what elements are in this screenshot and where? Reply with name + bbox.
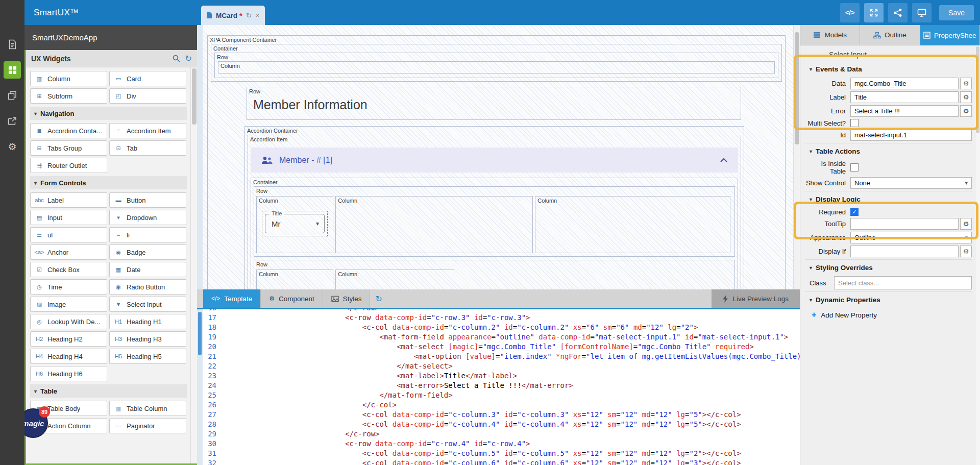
scrollbar-thumb[interactable] [976, 46, 979, 133]
chevron-up-icon[interactable] [720, 158, 728, 163]
widget-item[interactable]: ☑ Check Box [30, 262, 107, 277]
appearance-dropdown[interactable]: Outline ▾ [850, 232, 972, 243]
document-tab-mcard[interactable]: MCard * ↻ × [201, 6, 265, 25]
widgets-icon[interactable] [4, 61, 21, 79]
save-button[interactable]: Save [939, 5, 974, 20]
widget-item[interactable]: ◉ Badge [109, 244, 186, 260]
section-styling-overrides[interactable]: ▾ Styling Overrides [805, 259, 972, 274]
dropdown-caret-icon[interactable]: ▾ [316, 220, 319, 227]
scrollbar-thumb[interactable] [795, 32, 799, 144]
tooltip-gear-button[interactable]: ⚙ [960, 218, 972, 230]
code-line[interactable]: 18 <c-col data-comp-id="c-column.2" id="… [203, 323, 800, 332]
code-line[interactable]: 23 <mat-label>Title</mat-label> [203, 371, 800, 381]
layers-icon[interactable] [4, 87, 21, 104]
section-display-logic[interactable]: ▾ Display Logic [805, 191, 972, 206]
add-new-property-button[interactable]: + Add New Property [805, 306, 972, 320]
code-line[interactable]: 16 </c-row> [203, 309, 800, 313]
accordion-item-box[interactable]: Accordion Item Member - # [1] Container [248, 135, 741, 289]
selected-widget-outline[interactable]: Title Mr ▾ [262, 211, 328, 236]
widget-item[interactable]: ▥ Column [30, 71, 107, 86]
editor-left-scrollbar[interactable] [197, 25, 203, 465]
tab-template[interactable]: </> Template [203, 289, 261, 308]
tab-styles[interactable]: Styles [323, 289, 371, 308]
code-line[interactable]: 22 </mat-select> [203, 361, 800, 371]
widget-item[interactable]: ▭ Card [109, 71, 186, 86]
code-line[interactable]: 19 <mat-form-field appearance="outline" … [203, 332, 800, 342]
settings-gear-icon[interactable]: ⚙ [4, 138, 21, 155]
member-information-heading[interactable]: Member Information [247, 95, 741, 119]
column-box[interactable]: Column [535, 196, 730, 253]
scrollbar-thumb[interactable] [192, 68, 197, 125]
xpa-component-container-box[interactable]: XPA Component Container Container Row Co… [207, 35, 786, 289]
code-line[interactable]: 24 <mat-error>Select a Title !!!</mat-er… [203, 381, 800, 390]
code-line[interactable]: 29 </c-row> [203, 429, 800, 439]
widget-item[interactable]: ≣ Accordion Conta... [30, 123, 107, 138]
design-canvas[interactable]: XPA Component Container Container Row Co… [197, 25, 800, 289]
error-gear-button[interactable]: ⚙ [960, 105, 972, 117]
show-control-dropdown[interactable]: None ▾ [850, 177, 972, 189]
widget-item[interactable]: ◎ Lookup With De... [30, 314, 107, 329]
scrollbar-thumb[interactable] [198, 312, 202, 355]
code-line[interactable]: 30 <c-row data-comp-id="c-row.4" id="c-r… [203, 439, 800, 449]
widget-item[interactable]: ⊞ Subform [30, 88, 107, 104]
accordion-container-box[interactable]: Accordion Container Accordion Item Membe… [244, 126, 744, 289]
required-checkbox[interactable]: ✓ [850, 208, 859, 216]
widget-item[interactable]: ⊡ Tab [109, 140, 186, 156]
widget-item[interactable]: – li [109, 227, 186, 242]
column-box[interactable]: Column [335, 270, 454, 289]
widget-item[interactable]: ▼ Select Input [109, 297, 186, 312]
column-box[interactable]: Column [335, 196, 533, 253]
publish-icon[interactable] [4, 112, 21, 130]
row-box[interactable]: Row Member Information [247, 87, 741, 120]
share-button[interactable] [888, 3, 908, 22]
code-line[interactable]: 20 <mat-select [magic]="mgc.Combo_Title"… [203, 342, 800, 352]
tab-models[interactable]: Models [800, 25, 860, 45]
live-preview-logs-button[interactable]: Live Preview Logs [712, 289, 800, 308]
widget-item[interactable]: ▬ Button [109, 192, 186, 208]
tooltip-input[interactable] [850, 218, 959, 230]
widget-item[interactable]: ▤ Input [30, 210, 107, 225]
column-box[interactable]: Column [256, 270, 333, 289]
documents-icon[interactable] [4, 36, 21, 53]
code-line[interactable]: 31 <c-col data-comp-id="c-column.5" id="… [203, 449, 800, 458]
code-line[interactable]: 32 <c-col data-comp-id="c-column.6" id="… [203, 458, 800, 465]
widget-item[interactable]: ◷ Time [30, 279, 107, 295]
widget-item[interactable]: <a> Anchor [30, 244, 107, 260]
code-editor[interactable]: 16 </c-row>17 <c-row data-comp-id="c-row… [197, 309, 800, 465]
tab-outline[interactable]: Outline [860, 25, 920, 45]
display-if-input[interactable] [850, 246, 959, 257]
display-if-gear-button[interactable]: ⚙ [960, 246, 972, 257]
widget-item[interactable]: H6 Heading H6 [30, 366, 107, 381]
expand-button[interactable] [864, 3, 884, 22]
widget-item[interactable]: abc Label [30, 192, 107, 208]
code-line[interactable]: 17 <c-row data-comp-id="c-row.3" id="c-r… [203, 313, 800, 323]
row-box[interactable]: Row Column Column [254, 260, 735, 289]
tab-refresh-icon[interactable]: ↻ [246, 11, 252, 19]
code-line[interactable]: 27 <c-col data-comp-id="c-column.3" id="… [203, 410, 800, 420]
widget-item[interactable]: ▾ Dropdown [109, 210, 186, 225]
refresh-widgets-icon[interactable]: ↻ [185, 54, 192, 63]
widget-item[interactable]: ⊟ Tabs Group [30, 140, 107, 156]
container-box[interactable]: Container Row Column [251, 178, 738, 289]
widget-item[interactable]: H1 Heading H1 [109, 314, 186, 329]
id-input[interactable] [850, 129, 972, 141]
title-select-field[interactable]: Title Mr ▾ [265, 214, 325, 233]
tab-propertysheet[interactable]: PropertyShee [920, 25, 980, 45]
refresh-code-icon[interactable]: ↻ [370, 289, 387, 308]
data-input[interactable] [850, 78, 959, 89]
widget-item[interactable]: ▨ Image [30, 297, 107, 312]
code-line[interactable]: 25 </mat-form-field> [203, 390, 800, 400]
section-header-form-controls[interactable]: ▾ Form Controls [30, 176, 187, 189]
widget-item[interactable]: H4 Heading H4 [30, 349, 107, 364]
tab-component[interactable]: ⚙ Component [261, 289, 323, 308]
widget-item[interactable]: ⇶ Router Outlet [30, 158, 107, 173]
row-box[interactable]: Row Column [214, 53, 778, 78]
multi-select-checkbox[interactable] [850, 119, 859, 127]
column-box[interactable]: Column Title Mr ▾ [256, 196, 333, 253]
section-dynamic-properties[interactable]: ▾ Dynamic Properties [805, 291, 972, 306]
label-input[interactable] [850, 91, 959, 103]
widget-item[interactable]: ⋯ Paginator [109, 418, 186, 433]
widget-item[interactable]: ▦ Date [109, 262, 186, 277]
section-table-actions[interactable]: ▾ Table Actions [805, 143, 972, 158]
widget-item[interactable]: ≡ Accordion Item [109, 123, 186, 138]
